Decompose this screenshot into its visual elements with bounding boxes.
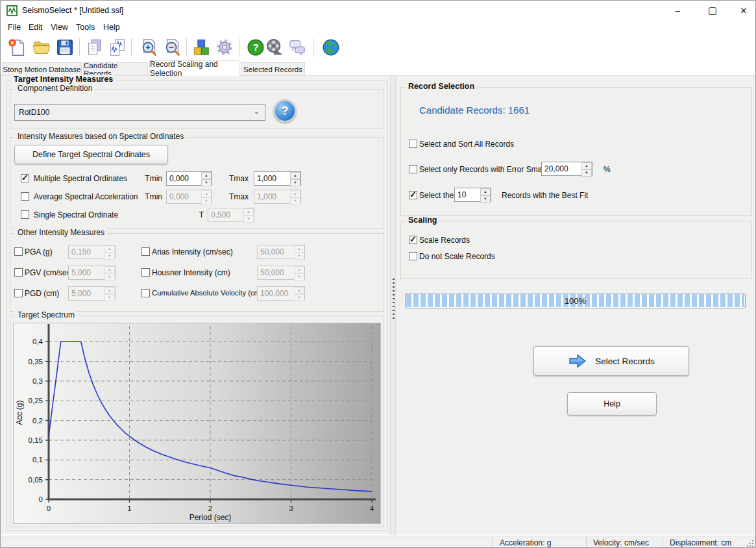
spinner-down-icon[interactable] (201, 179, 212, 186)
help-toolbar-button[interactable]: ? (245, 37, 266, 58)
spinner-down-icon[interactable] (104, 273, 115, 280)
tab-candidate-records[interactable]: Candidate Records (83, 62, 148, 76)
arias-intensity-checkbox[interactable] (141, 247, 150, 256)
select-the-best-fit-checkbox[interactable] (409, 191, 417, 199)
spinner-down-icon[interactable] (104, 253, 115, 260)
single-spectral-ordinate-label: Single Spectral Ordinate (34, 210, 118, 219)
error-threshold-spinner[interactable]: 20,000 (541, 162, 592, 176)
best-fit-count-spinner[interactable]: 10 (454, 188, 491, 202)
spinner-down-icon[interactable] (290, 179, 300, 186)
spinner-down-icon[interactable] (581, 169, 592, 177)
tmax-spinner[interactable]: 1,000 (254, 190, 301, 204)
status-separator (492, 538, 493, 548)
close-button[interactable] (733, 1, 755, 20)
zoom-out-button[interactable] (162, 37, 183, 58)
housner-intensity-spinner[interactable]: 50,000 (257, 266, 305, 280)
records-document-button[interactable] (107, 37, 128, 58)
spinner-up-icon[interactable] (104, 287, 115, 294)
open-folder-icon (32, 38, 51, 57)
select-the-label: Select the (419, 191, 454, 200)
spinner-down-icon[interactable] (294, 253, 304, 260)
component-definition-help-button[interactable] (273, 99, 297, 123)
spinner-down-icon[interactable] (290, 197, 300, 205)
spinner-up-icon[interactable] (480, 188, 491, 195)
web-button[interactable] (321, 37, 341, 58)
spinner-up-icon[interactable] (294, 245, 304, 253)
svg-text:3: 3 (289, 504, 293, 512)
copy-button[interactable] (84, 37, 105, 58)
select-and-sort-all-records-checkbox[interactable] (409, 140, 417, 148)
arias-intensity-spinner[interactable]: 50,000 (257, 245, 305, 259)
average-spectral-acceleration-checkbox[interactable] (21, 192, 29, 201)
define-target-spectral-ordinates-button[interactable]: Define Target Spectral Ordinates (14, 145, 168, 164)
save-button[interactable] (55, 37, 75, 58)
main-content: Target Intensity Measures Component Defi… (1, 75, 756, 534)
spinner-up-icon[interactable] (581, 162, 592, 169)
pgv-label: PGV (cm/sec) (25, 268, 73, 277)
housner-intensity-checkbox[interactable] (141, 268, 150, 277)
pgv-spinner[interactable]: 5,000 (68, 266, 116, 280)
component-definition-select[interactable]: RotD100 (14, 104, 265, 121)
blocks-button[interactable] (191, 37, 212, 58)
housner-intensity-label: Housner Intensity (cm) (152, 268, 230, 277)
tab-strip: Stong Motion Database Candidate Records … (1, 60, 755, 75)
spinner-up-icon[interactable] (104, 266, 115, 273)
spinner-up-icon[interactable] (290, 172, 300, 179)
select-records-button[interactable]: Select Records (533, 346, 689, 376)
spinner-up-icon[interactable] (294, 287, 304, 294)
svg-text:0,15: 0,15 (29, 436, 43, 444)
pgv-checkbox[interactable] (14, 268, 23, 277)
menu-help[interactable]: Help (101, 22, 122, 32)
scale-records-checkbox[interactable] (409, 236, 417, 244)
menu-view[interactable]: View (49, 22, 70, 32)
spinner-up-icon[interactable] (104, 245, 115, 253)
do-not-scale-records-checkbox[interactable] (409, 252, 417, 260)
spinner-up-icon[interactable] (294, 266, 304, 273)
multiple-spectral-ordinates-checkbox[interactable] (21, 174, 29, 182)
menu-edit[interactable]: Edit (27, 22, 45, 32)
spinner-up-icon[interactable] (290, 190, 300, 197)
spinner-up-icon[interactable] (243, 208, 254, 216)
cav-spinner[interactable]: 100,000 (257, 286, 305, 301)
single-spectral-ordinate-checkbox[interactable] (21, 210, 29, 219)
tmin-spinner[interactable]: 0,000 (166, 190, 212, 204)
spinner-down-icon[interactable] (201, 197, 212, 205)
svg-text:0: 0 (39, 495, 43, 503)
pgd-spinner[interactable]: 5,000 (68, 286, 116, 301)
new-file-button[interactable] (6, 37, 27, 58)
t-spinner[interactable]: 0,500 (208, 208, 254, 222)
component-definition-group: Component Definition RotD100 (10, 89, 384, 129)
help-button[interactable]: Help (567, 392, 657, 416)
video-tutorials-button[interactable] (265, 37, 286, 58)
resize-grip[interactable] (746, 540, 754, 547)
spinner-down-icon[interactable] (294, 294, 304, 301)
spinner-up-icon[interactable] (201, 172, 212, 179)
tmin-spinner[interactable]: 0,000 (166, 171, 212, 186)
pga-spinner[interactable]: 0,150 (68, 245, 116, 259)
spectral-ordinates-group: Intensity Measures based on Spectral Ord… (10, 137, 384, 229)
svg-text:0,2: 0,2 (32, 417, 43, 425)
tab-record-scaling-and-selection[interactable]: Record Scaling and Selection (149, 60, 239, 76)
pgd-checkbox[interactable] (14, 289, 23, 297)
tab-selected-records[interactable]: Selected Records (241, 62, 305, 76)
spinner-down-icon[interactable] (294, 273, 304, 280)
settings-button[interactable] (214, 37, 235, 58)
spinner-down-icon[interactable] (104, 294, 115, 301)
menu-file[interactable]: File (6, 22, 23, 32)
tmax-spinner[interactable]: 1,000 (254, 171, 301, 186)
menu-tools[interactable]: Tools (74, 22, 97, 32)
cav-checkbox[interactable] (141, 289, 150, 297)
select-and-sort-all-records-label: Select and Sort All Records (419, 140, 514, 149)
open-file-button[interactable] (31, 37, 52, 58)
maximize-button[interactable] (701, 1, 724, 20)
pga-checkbox[interactable] (14, 247, 23, 256)
spinner-up-icon[interactable] (201, 190, 212, 197)
spinner-down-icon[interactable] (243, 216, 254, 223)
feedback-button[interactable] (287, 37, 308, 58)
tab-strong-motion-database[interactable]: Stong Motion Database (2, 62, 82, 76)
spinner-down-icon[interactable] (480, 195, 491, 203)
minimize-button[interactable] (666, 1, 689, 20)
panel-splitter[interactable] (390, 76, 396, 535)
error-smaller-than-checkbox[interactable] (409, 165, 417, 173)
zoom-in-button[interactable] (139, 37, 160, 58)
